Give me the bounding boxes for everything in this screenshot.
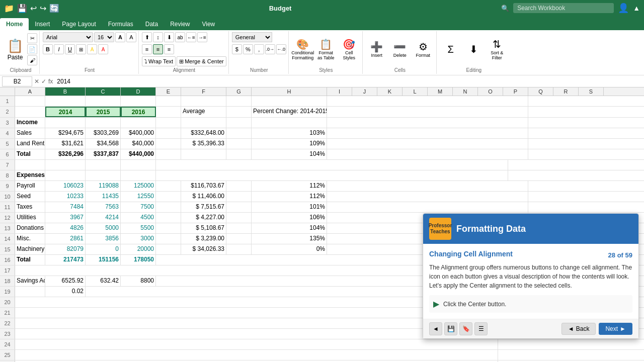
cell-b19[interactable]: 0.02	[45, 287, 86, 297]
cell-g10[interactable]	[226, 192, 252, 202]
cell-e1[interactable]	[156, 96, 181, 106]
cell-rest3[interactable]	[327, 118, 528, 128]
merge-center-button[interactable]: ⊞ Merge & Center	[177, 56, 226, 66]
back-nav-button[interactable]: ◄	[429, 322, 442, 335]
cell-rest7[interactable]	[156, 160, 508, 170]
cell-d16[interactable]: 178050	[121, 255, 156, 265]
cell-d18[interactable]: 8800	[121, 276, 156, 286]
cell-h1[interactable]	[252, 96, 327, 106]
cell-row24[interactable]	[15, 339, 498, 349]
cell-c2[interactable]: 2015	[86, 107, 121, 117]
cell-h15[interactable]: 0%	[252, 244, 327, 254]
cell-c7[interactable]	[86, 160, 121, 170]
cell-h10[interactable]: 112%	[252, 192, 327, 202]
cell-a11[interactable]: Taxes	[15, 202, 45, 212]
undo-icon[interactable]: ↩	[30, 4, 37, 13]
cell-g5[interactable]	[226, 139, 252, 149]
cell-rest8[interactable]	[156, 170, 508, 180]
cell-rest11[interactable]	[327, 202, 528, 212]
cell-f15[interactable]: $ 34,026.33	[181, 244, 226, 254]
col-header-l[interactable]: L	[403, 87, 428, 96]
cell-c1[interactable]	[86, 96, 121, 106]
formula-input[interactable]	[55, 78, 642, 85]
align-center-button[interactable]: ≡	[153, 44, 163, 54]
cell-f4[interactable]: $332,648.00	[181, 128, 226, 138]
decrease-font-button[interactable]: A	[126, 32, 136, 42]
cell-b4[interactable]: $294,675	[45, 128, 86, 138]
cell-e15[interactable]	[156, 244, 181, 254]
copy-button[interactable]: 📄	[27, 44, 37, 54]
cell-e9[interactable]	[156, 181, 181, 191]
col-header-a[interactable]: A	[15, 87, 45, 96]
cell-a5[interactable]: Land Rent	[15, 139, 45, 149]
cell-h3[interactable]	[252, 118, 327, 128]
cell-rest4[interactable]	[327, 128, 528, 138]
cell-c8[interactable]	[86, 170, 121, 180]
cell-c4[interactable]: $303,269	[86, 128, 121, 138]
cell-e13[interactable]	[156, 223, 181, 233]
cell-b8[interactable]	[45, 170, 86, 180]
cell-c3[interactable]	[86, 118, 121, 128]
save-button[interactable]: 💾	[444, 322, 457, 335]
redo-icon[interactable]: ↪	[40, 4, 46, 13]
increase-font-button[interactable]: A	[115, 32, 125, 42]
currency-button[interactable]: $	[232, 44, 242, 54]
paste-button[interactable]: 📋 Paste	[4, 37, 26, 62]
cell-c15[interactable]: 0	[86, 244, 121, 254]
cell-h5[interactable]: 109%	[252, 139, 327, 149]
cell-d15[interactable]: 20000	[121, 244, 156, 254]
cell-d6[interactable]: $440,000	[121, 149, 156, 159]
cell-e4[interactable]	[156, 128, 181, 138]
italic-button[interactable]: I	[54, 44, 64, 54]
tab-formulas[interactable]: Formulas	[102, 18, 139, 30]
cell-d2[interactable]: 2016	[121, 107, 156, 117]
cancel-formula-icon[interactable]: ✕	[34, 78, 39, 85]
cell-e14[interactable]	[156, 234, 181, 244]
cell-b3[interactable]	[45, 118, 86, 128]
col-header-m[interactable]: M	[428, 87, 453, 96]
align-middle-button[interactable]: ↕	[153, 32, 163, 42]
cell-g2[interactable]	[226, 107, 252, 117]
cell-b14[interactable]: 2861	[45, 234, 86, 244]
cell-h6[interactable]: 104%	[252, 149, 327, 159]
indent-decrease-button[interactable]: ←≡	[186, 32, 196, 42]
cell-b6[interactable]: $326,296	[45, 149, 86, 159]
cell-h13[interactable]: 104%	[252, 223, 327, 233]
cell-a6[interactable]: Total	[15, 149, 45, 159]
col-header-c[interactable]: C	[86, 87, 121, 96]
cell-c10[interactable]: 11435	[86, 192, 121, 202]
cell-a4[interactable]: Sales	[15, 128, 45, 138]
cell-c18[interactable]: 632.42	[86, 276, 121, 286]
cell-g6[interactable]	[226, 149, 252, 159]
cell-rest2[interactable]	[327, 107, 528, 117]
tab-view[interactable]: View	[196, 18, 221, 30]
underline-button[interactable]: U	[65, 44, 75, 54]
cell-rest9[interactable]	[327, 181, 528, 191]
cell-f10[interactable]: $ 11,406.00	[181, 192, 226, 202]
cell-f13[interactable]: $ 5,108.67	[181, 223, 226, 233]
cell-e10[interactable]	[156, 192, 181, 202]
fill-color-button[interactable]: A	[87, 44, 97, 54]
cell-c5[interactable]: $34,568	[86, 139, 121, 149]
next-button[interactable]: Next ►	[599, 323, 632, 335]
cell-g13[interactable]	[226, 223, 252, 233]
cell-g9[interactable]	[226, 181, 252, 191]
col-header-d[interactable]: D	[121, 87, 156, 96]
cell-d5[interactable]: $40,000	[121, 139, 156, 149]
cell-reference-input[interactable]	[2, 76, 32, 86]
cell-f2[interactable]: Average	[181, 107, 226, 117]
align-left-button[interactable]: ≡	[142, 44, 152, 54]
cell-c11[interactable]: 7563	[86, 202, 121, 212]
cell-f5[interactable]: $ 35,396.33	[181, 139, 226, 149]
cell-b9[interactable]: 106023	[45, 181, 86, 191]
col-header-f[interactable]: F	[181, 87, 226, 96]
cell-e3[interactable]	[156, 118, 181, 128]
col-header-h[interactable]: H	[252, 87, 327, 96]
autosum-button[interactable]: Σ	[440, 36, 462, 62]
cell-styles-button[interactable]: 🎯 Cell Styles	[338, 36, 360, 62]
col-header-k[interactable]: K	[377, 87, 403, 96]
menu-button[interactable]: ☰	[474, 322, 488, 335]
conditional-formatting-button[interactable]: 🎨 Conditional Formatting	[292, 36, 314, 62]
indent-increase-button[interactable]: →≡	[197, 32, 207, 42]
cell-b11[interactable]: 7484	[45, 202, 86, 212]
